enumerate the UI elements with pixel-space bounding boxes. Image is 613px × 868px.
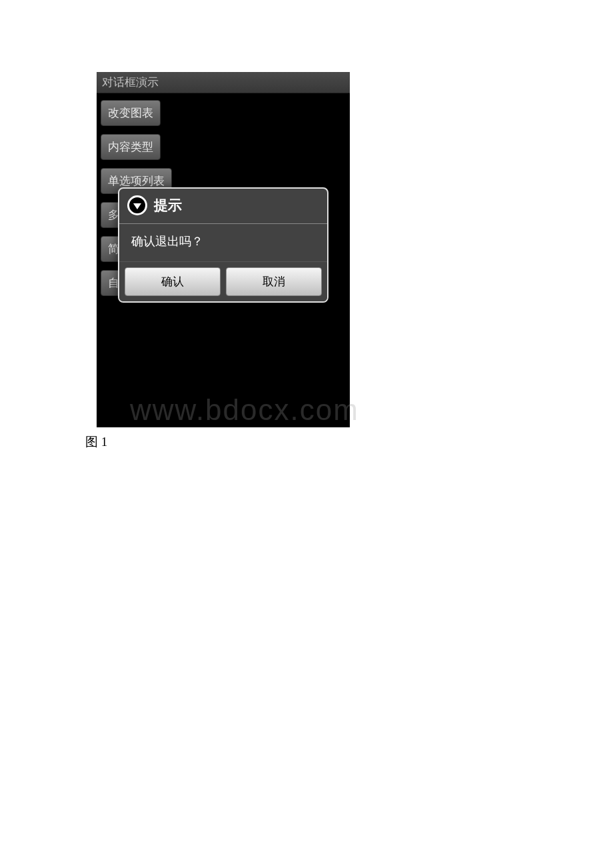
chevron-down-icon [133,203,141,209]
dialog-header: 提示 [119,189,327,223]
button-list: 改变图表 内容类型 单选项列表 多 简 自 [97,93,350,99]
dialog-button-row: 确认 取消 [119,261,327,301]
app-title-bar: 对话框演示 [97,72,350,93]
confirm-button[interactable]: 确认 [125,267,221,296]
app-title: 对话框演示 [102,76,159,89]
content-type-button[interactable]: 内容类型 [101,134,161,160]
cancel-button[interactable]: 取消 [226,267,322,296]
confirm-dialog: 提示 确认退出吗？ 确认 取消 [118,187,328,303]
phone-screen: 对话框演示 改变图表 内容类型 单选项列表 多 简 自 提示 确认退出吗？ 确认… [97,72,350,427]
dialog-message: 确认退出吗？ [119,224,327,261]
alert-icon [127,195,147,215]
change-chart-button[interactable]: 改变图表 [101,100,161,126]
dialog-title: 提示 [154,196,182,215]
figure-caption: 图 1 [85,433,107,451]
